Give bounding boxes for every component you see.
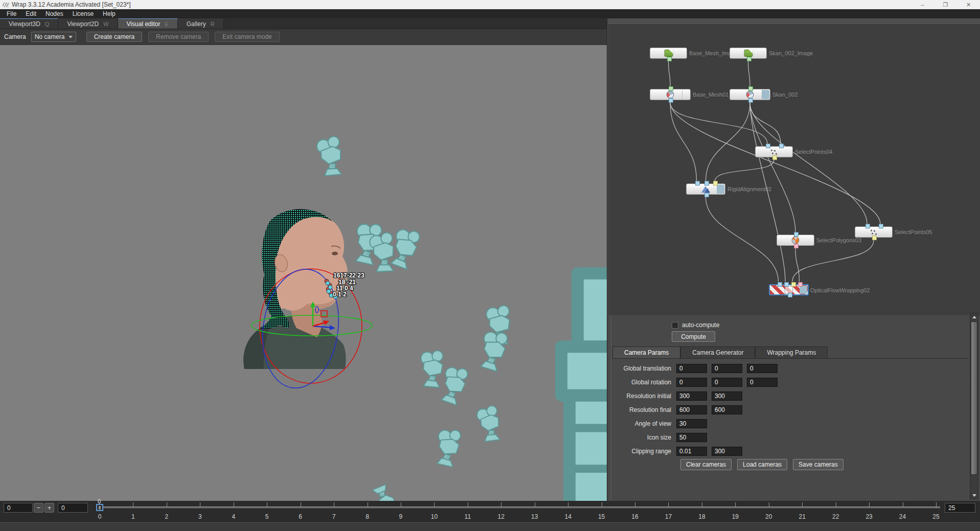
input-port-yellow[interactable] (791, 282, 796, 287)
angle-of-view-input[interactable] (676, 419, 707, 428)
global-rotation-input[interactable] (712, 378, 742, 387)
range-start-input[interactable] (58, 503, 88, 513)
param-label: Angle of view (612, 420, 671, 427)
input-port-blue[interactable] (778, 282, 782, 287)
remove-camera-button[interactable]: Remove camera (148, 32, 209, 42)
timeline-ruler[interactable]: 0123456789101112131415161718192021222324… (100, 501, 936, 522)
vertical-scrollbar[interactable] (970, 313, 978, 499)
output-port-blue[interactable] (704, 193, 709, 197)
tab-label: Visual editor (127, 20, 161, 28)
camera-selector[interactable]: No camera (31, 32, 76, 42)
menu-item-help[interactable]: Help (98, 10, 120, 17)
camera-gizmo[interactable] (315, 135, 346, 178)
menu-item-nodes[interactable]: Nodes (41, 10, 68, 17)
compute-button[interactable]: Compute (672, 331, 715, 342)
output-port-blue[interactable] (669, 98, 673, 103)
menu-item-file[interactable]: File (2, 10, 21, 17)
input-port-blue[interactable] (879, 224, 883, 228)
global-translation-input[interactable] (676, 364, 707, 373)
output-port-blue[interactable] (788, 293, 792, 297)
input-port-green[interactable] (669, 86, 673, 91)
node-skan_002[interactable]: Skan_002 (730, 89, 770, 100)
node-selectpoints05[interactable]: SelectPoints05 (855, 226, 893, 238)
range-end-input[interactable] (945, 503, 975, 513)
control-point[interactable] (327, 289, 331, 293)
scroll-up-icon[interactable] (970, 313, 978, 320)
camera-gizmo[interactable] (369, 232, 398, 274)
output-port-yellow[interactable] (872, 236, 877, 240)
input-port-blue[interactable] (794, 232, 799, 237)
resolution-initial-input[interactable] (676, 391, 707, 401)
input-port-blue[interactable] (704, 181, 709, 186)
input-port-green[interactable] (748, 86, 753, 91)
screw-gizmo[interactable] (512, 273, 607, 501)
clipping-range-input[interactable] (712, 447, 742, 456)
restore-button[interactable]: ❐ (934, 0, 957, 9)
resolution-final-input[interactable] (712, 405, 742, 414)
input-port-blue[interactable] (779, 144, 784, 148)
input-port-pink[interactable] (798, 282, 803, 287)
global-translation-input[interactable] (747, 364, 778, 373)
tab-visual-editor[interactable]: Visual editorE (118, 18, 178, 29)
frame-decrement-button[interactable]: − (34, 503, 43, 513)
node-base_mesh_image[interactable]: Base_Mesh_Image (650, 48, 687, 59)
close-button[interactable]: ✕ (957, 0, 980, 9)
input-port-blue[interactable] (865, 224, 870, 228)
params-tab-wrapping-params[interactable]: Wrapping Params (755, 347, 828, 358)
node-selectpolygons03[interactable]: SelectPolygons03 (777, 235, 814, 246)
minimize-button[interactable]: – (911, 0, 934, 9)
timeline-track[interactable] (98, 506, 940, 509)
camera-gizmo[interactable] (369, 482, 402, 501)
tab-viewport3d[interactable]: Viewport3DQ (0, 18, 58, 29)
global-rotation-input[interactable] (676, 378, 707, 387)
menu-item-license[interactable]: License (68, 10, 98, 17)
exit-camera-mode-button[interactable]: Exit camera mode (215, 32, 280, 42)
create-camera-button[interactable]: Create camera (86, 32, 142, 42)
camera-gizmo[interactable] (479, 330, 509, 373)
auto-compute-checkbox[interactable] (672, 322, 678, 329)
camera-gizmo[interactable] (436, 429, 461, 468)
frame-input[interactable] (4, 503, 33, 513)
tab-viewport2d[interactable]: Viewport2DW (58, 18, 118, 29)
input-port-blue[interactable] (784, 282, 789, 287)
node-selectpoints04[interactable]: SelectPoints04 (755, 146, 793, 157)
node-edge (670, 103, 880, 224)
scroll-down-icon[interactable] (970, 492, 978, 499)
control-point[interactable] (326, 281, 330, 285)
params-tab-camera-params[interactable]: Camera Params (612, 347, 680, 358)
node-accent (762, 90, 769, 99)
output-port-blue[interactable] (748, 98, 753, 103)
input-port-yellow[interactable] (713, 181, 718, 186)
timeline-cursor[interactable] (96, 504, 103, 511)
node-opticalflowwrapping02[interactable]: OpticalFlowWrapping02 (769, 284, 809, 295)
resolution-final-input[interactable] (676, 405, 707, 414)
frame-increment-button[interactable]: + (44, 503, 54, 513)
params-tab-camera-generator[interactable]: Camera Generator (680, 347, 755, 358)
output-port-green[interactable] (747, 57, 751, 61)
resolution-initial-input[interactable] (712, 391, 742, 401)
node-base_mesh01[interactable]: Base_Mesh01 (650, 89, 691, 100)
node-skan_002_image[interactable]: Skan_002_Image (730, 48, 767, 59)
menu-item-edit[interactable]: Edit (21, 10, 41, 17)
output-port-pink[interactable] (794, 244, 799, 248)
load-cameras-button[interactable]: Load cameras (737, 459, 787, 470)
save-cameras-button[interactable]: Save cameras (793, 459, 844, 470)
input-port-blue[interactable] (766, 144, 770, 148)
scrollbar-thumb[interactable] (971, 321, 977, 475)
tab-gallery[interactable]: GalleryR (178, 18, 224, 29)
camera-gizmo[interactable] (440, 365, 469, 406)
global-rotation-input[interactable] (747, 378, 778, 387)
node-rigidalignment02[interactable]: RigidAlignment02 (686, 183, 725, 195)
control-point[interactable] (328, 285, 332, 289)
viewport-3d[interactable]: 1617-22 2318 -2111 0 40 1 2 (0, 45, 607, 501)
input-port-blue[interactable] (695, 181, 700, 186)
output-port-yellow[interactable] (772, 155, 777, 160)
clipping-range-input[interactable] (676, 447, 707, 456)
camera-gizmo[interactable] (475, 405, 504, 444)
clear-cameras-button[interactable]: Clear cameras (680, 459, 732, 470)
output-port-green[interactable] (667, 57, 672, 61)
camera-gizmo[interactable] (421, 351, 444, 388)
icon-size-input[interactable] (676, 433, 707, 442)
global-translation-input[interactable] (712, 364, 742, 373)
node-editor[interactable]: Base_Mesh_ImageSkan_002_ImageBase_Mesh01… (607, 24, 980, 315)
